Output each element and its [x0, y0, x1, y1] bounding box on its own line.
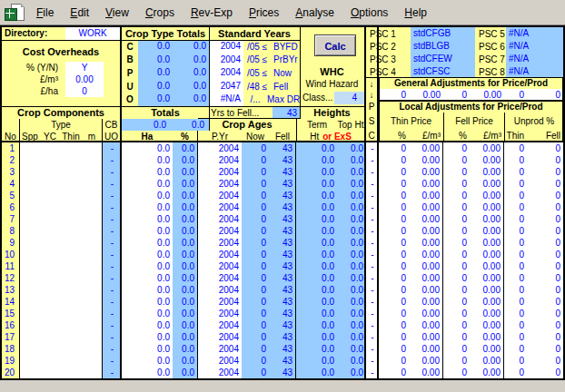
thin-pct-cell[interactable]: 0 [379, 284, 409, 296]
unprod-fell-cell[interactable]: 0 [527, 343, 563, 355]
row-number-cell[interactable]: 1 [2, 142, 20, 154]
fell-pct-cell[interactable]: 0 [443, 166, 470, 178]
thin-price-cell[interactable]: 0.00 [409, 319, 443, 331]
thin-price-cell[interactable]: 0.00 [409, 166, 443, 178]
term-ht-cell[interactable]: 0.0 [296, 331, 337, 343]
unprod-fell-cell[interactable]: 0 [527, 142, 563, 154]
general-adjustment-value[interactable]: 0.00 [470, 89, 504, 101]
thin-pct-cell[interactable]: 0 [379, 319, 409, 331]
fell-pct-cell[interactable]: 0 [443, 284, 470, 296]
ha-cell[interactable]: 0.0 [122, 142, 173, 154]
psc-value[interactable]: #N/A [506, 27, 563, 40]
ha-cell[interactable]: 0.0 [122, 367, 173, 378]
unprod-thin-cell[interactable]: 0 [504, 308, 527, 319]
unprod-thin-cell[interactable]: 0 [504, 178, 527, 190]
age-now-cell[interactable]: 0 [242, 213, 269, 225]
plant-year-cell[interactable]: 2004 [198, 142, 242, 154]
unprod-thin-cell[interactable]: 0 [504, 343, 527, 355]
unprod-fell-cell[interactable]: 0 [527, 190, 563, 201]
general-adjustment-value[interactable]: 0 [504, 89, 527, 101]
menu-item-analyse[interactable]: Analyse [291, 5, 339, 21]
age-now-cell[interactable]: 0 [242, 154, 269, 166]
fell-price-cell[interactable]: 0.00 [470, 166, 504, 178]
unprod-thin-cell[interactable]: 0 [504, 154, 527, 166]
crop-component-cells[interactable] [20, 249, 102, 260]
thin-pct-cell[interactable]: 0 [379, 355, 409, 367]
pct-cell[interactable]: 0.0 [173, 308, 198, 319]
menu-item-help[interactable]: Help [400, 5, 431, 21]
calc-button[interactable]: Calc [314, 34, 356, 56]
thin-pct-cell[interactable]: 0 [379, 225, 409, 237]
fell-pct-cell[interactable]: 0 [443, 367, 470, 378]
menu-item-view[interactable]: View [101, 5, 134, 21]
plant-year-cell[interactable]: 2004 [198, 190, 242, 201]
unprod-thin-cell[interactable]: 0 [504, 166, 527, 178]
age-now-cell[interactable]: 0 [242, 142, 269, 154]
top-ht-cell[interactable]: 0.0 [337, 237, 366, 249]
excel-workbook-icon[interactable] [5, 4, 25, 22]
top-ht-cell[interactable]: 0.0 [337, 284, 366, 296]
thin-pct-cell[interactable]: 0 [379, 249, 409, 260]
row-number-cell[interactable]: 12 [2, 272, 20, 284]
term-ht-cell[interactable]: 0.0 [296, 178, 337, 190]
menu-item-edit[interactable]: Edit [65, 5, 94, 21]
crop-component-cells[interactable] [20, 237, 102, 249]
plant-year-cell[interactable]: 2004 [198, 225, 242, 237]
unprod-thin-cell[interactable]: 0 [504, 272, 527, 284]
unprod-thin-cell[interactable]: 0 [504, 355, 527, 367]
thin-price-cell[interactable]: 0.00 [409, 190, 443, 201]
thin-price-cell[interactable]: 0.00 [409, 237, 443, 249]
plant-year-cell[interactable]: 2004 [198, 284, 242, 296]
row-number-cell[interactable]: 13 [2, 284, 20, 296]
top-ht-cell[interactable]: 0.0 [337, 331, 366, 343]
unprod-fell-cell[interactable]: 0 [527, 237, 563, 249]
thin-pct-cell[interactable]: 0 [379, 142, 409, 154]
age-now-cell[interactable]: 0 [242, 249, 269, 260]
crop-component-cells[interactable] [20, 166, 102, 178]
row-number-cell[interactable]: 7 [2, 213, 20, 225]
age-fell-cell[interactable]: 43 [269, 367, 296, 378]
top-ht-cell[interactable]: 0.0 [337, 225, 366, 237]
age-now-cell[interactable]: 0 [242, 225, 269, 237]
menu-item-prices[interactable]: Prices [244, 5, 283, 21]
top-ht-cell[interactable]: 0.0 [337, 308, 366, 319]
unprod-thin-cell[interactable]: 0 [504, 249, 527, 260]
age-fell-cell[interactable]: 43 [269, 260, 296, 272]
ha-cell[interactable]: 0.0 [122, 249, 173, 260]
menu-item-options[interactable]: Options [346, 5, 392, 21]
crop-component-cells[interactable] [20, 355, 102, 367]
fell-pct-cell[interactable]: 0 [443, 331, 470, 343]
row-number-cell[interactable]: 10 [2, 249, 20, 260]
year-value[interactable]: 2004 [209, 54, 243, 67]
top-ht-cell[interactable]: 0.0 [337, 367, 366, 378]
unprod-fell-cell[interactable]: 0 [527, 201, 563, 213]
crop-component-cells[interactable] [20, 213, 102, 225]
fell-pct-cell[interactable]: 0 [443, 249, 470, 260]
yrs-to-fell-value[interactable]: 43 [273, 107, 300, 119]
top-ht-cell[interactable]: 0.0 [337, 343, 366, 355]
thin-pct-cell[interactable]: 0 [379, 154, 409, 166]
row-number-cell[interactable]: 9 [2, 237, 20, 249]
age-fell-cell[interactable]: 43 [269, 355, 296, 367]
term-ht-cell[interactable]: 0.0 [296, 154, 337, 166]
top-ht-cell[interactable]: 0.0 [337, 260, 366, 272]
pct-cell[interactable]: 0.0 [173, 154, 198, 166]
unprod-fell-cell[interactable]: 0 [527, 225, 563, 237]
thin-pct-cell[interactable]: 0 [379, 178, 409, 190]
unprod-fell-cell[interactable]: 0 [527, 272, 563, 284]
fell-price-cell[interactable]: 0.00 [470, 296, 504, 308]
term-ht-cell[interactable]: 0.0 [296, 225, 337, 237]
ha-cell[interactable]: 0.0 [122, 319, 173, 331]
pct-cell[interactable]: 0.0 [173, 284, 198, 296]
fell-pct-cell[interactable]: 0 [443, 272, 470, 284]
row-number-cell[interactable]: 18 [2, 343, 20, 355]
unprod-thin-cell[interactable]: 0 [504, 142, 527, 154]
plant-year-cell[interactable]: 2004 [198, 272, 242, 284]
pct-cell[interactable]: 0.0 [173, 178, 198, 190]
fell-price-cell[interactable]: 0.00 [470, 237, 504, 249]
crop-component-cells[interactable] [20, 367, 102, 378]
fell-price-cell[interactable]: 0.00 [470, 308, 504, 319]
row-number-cell[interactable]: 17 [2, 331, 20, 343]
fell-pct-cell[interactable]: 0 [443, 178, 470, 190]
fell-price-cell[interactable]: 0.00 [470, 331, 504, 343]
